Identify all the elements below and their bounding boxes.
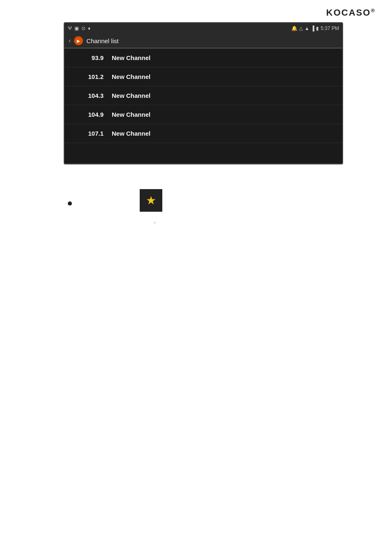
status-left-icons: Ψ ▣ ⊙ ♦ bbox=[68, 25, 90, 31]
channel-item[interactable]: 101.2New Channel bbox=[65, 67, 342, 86]
antenna-icon: Ψ bbox=[68, 25, 72, 31]
channel-number: 93.9 bbox=[81, 54, 104, 61]
star-icon: ★ bbox=[146, 194, 156, 207]
device-screen: Ψ ▣ ⊙ ♦ 🔔 △ ▲ ▐ ▮ 5:37 PM ‹ ▶ Channel li… bbox=[64, 22, 343, 164]
channel-name: New Channel bbox=[112, 92, 150, 99]
channel-item-empty bbox=[65, 143, 342, 164]
comma-text: , bbox=[154, 218, 156, 224]
status-right-icons: 🔔 △ ▲ ▐ ▮ 5:37 PM bbox=[291, 25, 339, 31]
logo-text: KOCASO® bbox=[326, 7, 376, 18]
signal-bars-icon: ▐ bbox=[311, 25, 315, 31]
sim-icon: ▣ bbox=[74, 25, 79, 31]
channel-number: 104.9 bbox=[81, 111, 104, 118]
title-bar: ‹ ▶ Channel list bbox=[65, 34, 342, 48]
channel-name: New Channel bbox=[112, 73, 150, 80]
channel-name: New Channel bbox=[112, 111, 150, 118]
back-button[interactable]: ‹ bbox=[69, 37, 71, 44]
channel-item[interactable]: 107.1New Channel bbox=[65, 124, 342, 143]
battery-icon: ▮ bbox=[316, 25, 319, 31]
channel-name: New Channel bbox=[112, 130, 150, 137]
time-display: 5:37 PM bbox=[321, 25, 339, 31]
channel-number: 107.1 bbox=[81, 130, 104, 137]
channel-icon: ▶ bbox=[74, 36, 83, 45]
notification-icon: 🔔 bbox=[291, 25, 297, 31]
star-button[interactable]: ★ bbox=[140, 189, 162, 212]
channel-item[interactable]: 93.9New Channel bbox=[65, 49, 342, 67]
bluetooth-icon: ♦ bbox=[88, 25, 90, 31]
channel-name: New Channel bbox=[112, 54, 150, 61]
logo-area: KOCASO® bbox=[0, 0, 392, 22]
home-icon: △ bbox=[299, 25, 303, 31]
logo-superscript: ® bbox=[371, 7, 376, 14]
channel-number: 101.2 bbox=[81, 73, 104, 80]
channel-item[interactable]: 104.9New Channel bbox=[65, 105, 342, 124]
status-bar: Ψ ▣ ⊙ ♦ 🔔 △ ▲ ▐ ▮ 5:37 PM bbox=[65, 23, 342, 34]
page-title: Channel list bbox=[86, 37, 118, 44]
channel-list: 93.9New Channel101.2New Channel104.3New … bbox=[65, 49, 342, 164]
channel-number: 104.3 bbox=[81, 92, 104, 99]
logo-name: KOCASO bbox=[326, 7, 371, 18]
below-device-area: ★ , bbox=[64, 177, 343, 226]
channel-icon-inner: ▶ bbox=[77, 39, 80, 43]
wifi-signal-icon: ▲ bbox=[304, 25, 309, 31]
bullet-dot bbox=[68, 201, 72, 206]
wifi-icon: ⊙ bbox=[81, 25, 85, 31]
channel-item[interactable]: 104.3New Channel bbox=[65, 86, 342, 105]
